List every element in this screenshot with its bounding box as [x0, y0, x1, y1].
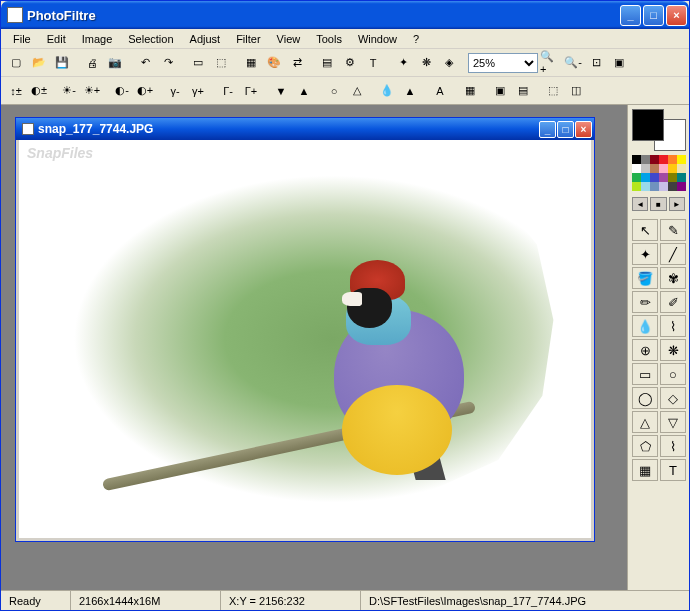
- tool-pattern[interactable]: ❋: [660, 339, 686, 361]
- palette-swatch[interactable]: [677, 155, 686, 164]
- tool-spray[interactable]: ✾: [660, 267, 686, 289]
- palette-swatch[interactable]: [659, 155, 668, 164]
- blur-button[interactable]: ○: [323, 80, 345, 102]
- tool-triangle[interactable]: △: [632, 411, 658, 433]
- palette-swatch[interactable]: [641, 155, 650, 164]
- palette-swatch[interactable]: [668, 155, 677, 164]
- corr-plus-button[interactable]: γ+: [187, 80, 209, 102]
- palette-swatch[interactable]: [668, 164, 677, 173]
- tool-poly[interactable]: ⬠: [632, 435, 658, 457]
- rect-sel-button[interactable]: ▭: [187, 52, 209, 74]
- tool-circle[interactable]: ○: [660, 363, 686, 385]
- fit-window-button[interactable]: ⊡: [585, 52, 607, 74]
- hue-button[interactable]: ▦: [459, 80, 481, 102]
- palette-swatch[interactable]: [650, 155, 659, 164]
- image-canvas[interactable]: SnapFiles: [16, 140, 594, 541]
- mode3-button[interactable]: ⬚: [542, 80, 564, 102]
- palette-swatch[interactable]: [650, 182, 659, 191]
- palette-button[interactable]: 🎨: [263, 52, 285, 74]
- sat-plus-button[interactable]: ▲: [293, 80, 315, 102]
- print-button[interactable]: 🖨: [81, 52, 103, 74]
- maximize-button[interactable]: □: [643, 5, 664, 26]
- palette-swatch[interactable]: [659, 164, 668, 173]
- palette-swatch[interactable]: [668, 182, 677, 191]
- undo-button[interactable]: ↶: [134, 52, 156, 74]
- drop-button[interactable]: 💧: [376, 80, 398, 102]
- tool-line[interactable]: ╱: [660, 243, 686, 265]
- tool-brush[interactable]: ✏: [632, 291, 658, 313]
- contrast-minus-button[interactable]: ◐-: [111, 80, 133, 102]
- full-button[interactable]: ▣: [608, 52, 630, 74]
- contrast-plus-button[interactable]: ◐+: [134, 80, 156, 102]
- menu-window[interactable]: Window: [350, 31, 405, 47]
- palette-swatch[interactable]: [641, 182, 650, 191]
- new-button[interactable]: ▢: [5, 52, 27, 74]
- palette-swatch[interactable]: [650, 173, 659, 182]
- auto-contrast-button[interactable]: ◐±: [28, 80, 50, 102]
- color-selector[interactable]: [632, 109, 686, 151]
- document-window[interactable]: snap_177_7744.JPG _ □ × SnapFiles: [15, 117, 595, 542]
- palette-swatch[interactable]: [677, 164, 686, 173]
- auto-levels-button[interactable]: ↕±: [5, 80, 27, 102]
- triangle-button[interactable]: ▲: [399, 80, 421, 102]
- tool-lasso[interactable]: ⌇: [660, 435, 686, 457]
- tool-drop[interactable]: 💧: [632, 315, 658, 337]
- foreground-color[interactable]: [632, 109, 664, 141]
- save-button[interactable]: 💾: [51, 52, 73, 74]
- image-opts-button[interactable]: ⚙: [339, 52, 361, 74]
- filters2-button[interactable]: ❋: [415, 52, 437, 74]
- titlebar[interactable]: PhotoFiltre _ □ ×: [1, 1, 689, 29]
- tool-stamp[interactable]: ⊕: [632, 339, 658, 361]
- color-mode-button[interactable]: ▦: [240, 52, 262, 74]
- filters3-button[interactable]: ◈: [438, 52, 460, 74]
- menu-view[interactable]: View: [269, 31, 309, 47]
- filters1-button[interactable]: ✦: [392, 52, 414, 74]
- menu-filter[interactable]: Filter: [228, 31, 268, 47]
- tool-triangle2[interactable]: ▽: [660, 411, 686, 433]
- redo-button[interactable]: ↷: [157, 52, 179, 74]
- gamma-minus-button[interactable]: Γ-: [217, 80, 239, 102]
- twain-button[interactable]: 📷: [104, 52, 126, 74]
- zoom-in-button[interactable]: 🔍+: [539, 52, 561, 74]
- palette-swatch[interactable]: [668, 173, 677, 182]
- menu-tools[interactable]: Tools: [308, 31, 350, 47]
- tool-picker[interactable]: ✎: [660, 219, 686, 241]
- menu-adjust[interactable]: Adjust: [182, 31, 229, 47]
- palette-swatch[interactable]: [659, 182, 668, 191]
- palette-swatch[interactable]: [677, 182, 686, 191]
- menu-help[interactable]: ?: [405, 31, 427, 47]
- palette-swatch[interactable]: [632, 182, 641, 191]
- palette-swatch[interactable]: [632, 173, 641, 182]
- tool-pointer[interactable]: ↖: [632, 219, 658, 241]
- swap-button[interactable]: ⇄: [286, 52, 308, 74]
- palette-prev-button[interactable]: ◄: [632, 197, 648, 211]
- bright-plus-button[interactable]: ☀+: [81, 80, 103, 102]
- palette-swatch[interactable]: [677, 173, 686, 182]
- text-tool-button[interactable]: A: [429, 80, 451, 102]
- mode4-button[interactable]: ◫: [565, 80, 587, 102]
- tool-wand[interactable]: ✦: [632, 243, 658, 265]
- palette-next-button[interactable]: ►: [669, 197, 685, 211]
- close-button[interactable]: ×: [666, 5, 687, 26]
- zoom-out-button[interactable]: 🔍-: [562, 52, 584, 74]
- open-button[interactable]: 📂: [28, 52, 50, 74]
- tool-grid[interactable]: ▦: [632, 459, 658, 481]
- corr-minus-button[interactable]: γ-: [164, 80, 186, 102]
- tool-rect[interactable]: ▭: [632, 363, 658, 385]
- palette-swatch[interactable]: [641, 173, 650, 182]
- doc-maximize-button[interactable]: □: [557, 121, 574, 138]
- tool-diamond[interactable]: ◇: [660, 387, 686, 409]
- menu-image[interactable]: Image: [74, 31, 121, 47]
- menu-selection[interactable]: Selection: [120, 31, 181, 47]
- tool-text[interactable]: T: [660, 459, 686, 481]
- palette-swatch[interactable]: [650, 164, 659, 173]
- menu-edit[interactable]: Edit: [39, 31, 74, 47]
- tool-brush2[interactable]: ✐: [660, 291, 686, 313]
- doc-minimize-button[interactable]: _: [539, 121, 556, 138]
- text-button[interactable]: T: [362, 52, 384, 74]
- tool-rounded[interactable]: ◯: [632, 387, 658, 409]
- sharpen-button[interactable]: △: [346, 80, 368, 102]
- gamma-plus-button[interactable]: Γ+: [240, 80, 262, 102]
- document-titlebar[interactable]: snap_177_7744.JPG _ □ ×: [16, 118, 594, 140]
- mode2-button[interactable]: ▤: [512, 80, 534, 102]
